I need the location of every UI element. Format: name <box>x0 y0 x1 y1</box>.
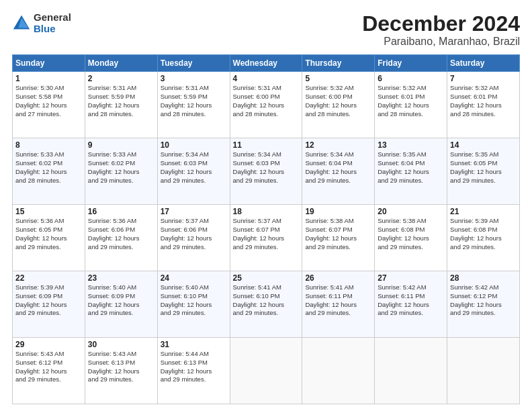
calendar-cell: 5Sunrise: 5:32 AM Sunset: 6:00 PM Daylig… <box>302 72 375 138</box>
calendar-subtitle: Paraibano, Maranhao, Brazil <box>362 36 520 48</box>
day-number: 18 <box>233 207 300 216</box>
day-number: 8 <box>15 140 82 150</box>
calendar-cell: 11Sunrise: 5:34 AM Sunset: 6:03 PM Dayli… <box>230 138 302 205</box>
day-info: Sunrise: 5:32 AM Sunset: 6:01 PM Dayligh… <box>378 84 444 118</box>
day-number: 19 <box>305 207 371 216</box>
header-day-tuesday: Tuesday <box>157 55 230 72</box>
calendar-cell: 29Sunrise: 5:43 AM Sunset: 6:12 PM Dayli… <box>13 338 85 404</box>
day-number: 16 <box>88 207 154 216</box>
day-number: 15 <box>15 207 82 216</box>
day-info: Sunrise: 5:42 AM Sunset: 6:11 PM Dayligh… <box>378 283 444 318</box>
day-number: 30 <box>88 340 154 349</box>
calendar-cell: 25Sunrise: 5:41 AM Sunset: 6:10 PM Dayli… <box>230 271 302 338</box>
calendar-cell: 15Sunrise: 5:36 AM Sunset: 6:05 PM Dayli… <box>13 205 85 271</box>
calendar-cell: 7Sunrise: 5:32 AM Sunset: 6:01 PM Daylig… <box>447 72 520 138</box>
calendar-cell: 4Sunrise: 5:31 AM Sunset: 6:00 PM Daylig… <box>230 72 302 138</box>
day-info: Sunrise: 5:37 AM Sunset: 6:07 PM Dayligh… <box>233 217 300 251</box>
day-number: 13 <box>378 140 444 150</box>
day-number: 14 <box>450 140 517 150</box>
day-info: Sunrise: 5:39 AM Sunset: 6:08 PM Dayligh… <box>450 217 517 251</box>
day-info: Sunrise: 5:36 AM Sunset: 6:06 PM Dayligh… <box>88 217 154 251</box>
day-number: 17 <box>161 207 227 216</box>
calendar-cell: 14Sunrise: 5:35 AM Sunset: 6:05 PM Dayli… <box>447 138 520 205</box>
calendar-week-row: 8Sunrise: 5:33 AM Sunset: 6:02 PM Daylig… <box>13 138 520 205</box>
calendar-cell: 26Sunrise: 5:41 AM Sunset: 6:11 PM Dayli… <box>302 271 375 338</box>
day-number: 11 <box>233 140 300 150</box>
calendar-body: 1Sunrise: 5:30 AM Sunset: 5:58 PM Daylig… <box>13 72 520 404</box>
day-info: Sunrise: 5:34 AM Sunset: 6:03 PM Dayligh… <box>233 150 300 185</box>
calendar-cell: 24Sunrise: 5:40 AM Sunset: 6:10 PM Dayli… <box>157 271 230 338</box>
day-info: Sunrise: 5:38 AM Sunset: 6:08 PM Dayligh… <box>378 217 444 251</box>
calendar-cell: 8Sunrise: 5:33 AM Sunset: 6:02 PM Daylig… <box>13 138 85 205</box>
day-info: Sunrise: 5:35 AM Sunset: 6:05 PM Dayligh… <box>450 150 517 185</box>
day-info: Sunrise: 5:41 AM Sunset: 6:11 PM Dayligh… <box>305 283 371 318</box>
header-day-wednesday: Wednesday <box>230 55 302 72</box>
day-number: 31 <box>161 340 227 349</box>
day-number: 20 <box>378 207 444 216</box>
calendar-week-row: 22Sunrise: 5:39 AM Sunset: 6:09 PM Dayli… <box>13 271 520 338</box>
day-info: Sunrise: 5:35 AM Sunset: 6:04 PM Dayligh… <box>378 150 444 185</box>
logo-text: General Blue <box>34 12 71 34</box>
day-number: 29 <box>15 340 82 349</box>
calendar-week-row: 29Sunrise: 5:43 AM Sunset: 6:12 PM Dayli… <box>13 338 520 404</box>
calendar-cell: 20Sunrise: 5:38 AM Sunset: 6:08 PM Dayli… <box>375 205 447 271</box>
day-info: Sunrise: 5:44 AM Sunset: 6:13 PM Dayligh… <box>161 350 227 384</box>
calendar-header: SundayMondayTuesdayWednesdayThursdayFrid… <box>13 55 520 72</box>
day-number: 3 <box>161 74 227 83</box>
day-number: 21 <box>450 207 517 216</box>
day-number: 26 <box>305 273 371 283</box>
calendar-cell <box>375 338 447 404</box>
day-number: 1 <box>15 74 82 83</box>
header-day-friday: Friday <box>375 55 447 72</box>
header-day-monday: Monday <box>85 55 157 72</box>
day-number: 5 <box>305 74 371 83</box>
header-day-sunday: Sunday <box>13 55 85 72</box>
day-number: 6 <box>378 74 444 83</box>
day-info: Sunrise: 5:33 AM Sunset: 6:02 PM Dayligh… <box>88 150 154 185</box>
calendar-cell: 1Sunrise: 5:30 AM Sunset: 5:58 PM Daylig… <box>13 72 85 138</box>
day-info: Sunrise: 5:40 AM Sunset: 6:10 PM Dayligh… <box>161 283 227 318</box>
calendar-cell: 13Sunrise: 5:35 AM Sunset: 6:04 PM Dayli… <box>375 138 447 205</box>
day-info: Sunrise: 5:43 AM Sunset: 6:12 PM Dayligh… <box>15 350 82 384</box>
title-block: December 2024 Paraibano, Maranhao, Brazi… <box>362 12 520 48</box>
day-info: Sunrise: 5:41 AM Sunset: 6:10 PM Dayligh… <box>233 283 300 318</box>
day-info: Sunrise: 5:39 AM Sunset: 6:09 PM Dayligh… <box>15 283 82 318</box>
calendar-cell: 31Sunrise: 5:44 AM Sunset: 6:13 PM Dayli… <box>157 338 230 404</box>
day-info: Sunrise: 5:37 AM Sunset: 6:06 PM Dayligh… <box>161 217 227 251</box>
day-info: Sunrise: 5:33 AM Sunset: 6:02 PM Dayligh… <box>15 150 82 185</box>
logo-general-text: General <box>34 12 71 24</box>
day-number: 12 <box>305 140 371 150</box>
day-info: Sunrise: 5:42 AM Sunset: 6:12 PM Dayligh… <box>450 283 517 318</box>
calendar-week-row: 1Sunrise: 5:30 AM Sunset: 5:58 PM Daylig… <box>13 72 520 138</box>
day-number: 27 <box>378 273 444 283</box>
day-info: Sunrise: 5:32 AM Sunset: 6:01 PM Dayligh… <box>450 84 517 118</box>
calendar-cell: 30Sunrise: 5:43 AM Sunset: 6:13 PM Dayli… <box>85 338 157 404</box>
day-info: Sunrise: 5:38 AM Sunset: 6:07 PM Dayligh… <box>305 217 371 251</box>
calendar-title: December 2024 <box>362 12 520 36</box>
day-number: 22 <box>15 273 82 283</box>
day-info: Sunrise: 5:34 AM Sunset: 6:03 PM Dayligh… <box>161 150 227 185</box>
day-info: Sunrise: 5:34 AM Sunset: 6:04 PM Dayligh… <box>305 150 371 185</box>
day-number: 24 <box>161 273 227 283</box>
calendar-cell: 21Sunrise: 5:39 AM Sunset: 6:08 PM Dayli… <box>447 205 520 271</box>
header: General Blue December 2024 Paraibano, Ma… <box>12 12 520 48</box>
logo: General Blue <box>12 12 71 34</box>
logo-icon <box>12 14 31 33</box>
calendar-cell: 10Sunrise: 5:34 AM Sunset: 6:03 PM Dayli… <box>157 138 230 205</box>
day-number: 2 <box>88 74 154 83</box>
calendar-cell: 16Sunrise: 5:36 AM Sunset: 6:06 PM Dayli… <box>85 205 157 271</box>
day-info: Sunrise: 5:31 AM Sunset: 5:59 PM Dayligh… <box>88 84 154 118</box>
day-number: 7 <box>450 74 517 83</box>
calendar-cell: 22Sunrise: 5:39 AM Sunset: 6:09 PM Dayli… <box>13 271 85 338</box>
logo-blue-text: Blue <box>34 24 71 35</box>
day-info: Sunrise: 5:32 AM Sunset: 6:00 PM Dayligh… <box>305 84 371 118</box>
calendar-cell: 12Sunrise: 5:34 AM Sunset: 6:04 PM Dayli… <box>302 138 375 205</box>
header-day-thursday: Thursday <box>302 55 375 72</box>
calendar-cell: 18Sunrise: 5:37 AM Sunset: 6:07 PM Dayli… <box>230 205 302 271</box>
calendar-cell: 3Sunrise: 5:31 AM Sunset: 5:59 PM Daylig… <box>157 72 230 138</box>
day-number: 28 <box>450 273 517 283</box>
calendar-cell: 19Sunrise: 5:38 AM Sunset: 6:07 PM Dayli… <box>302 205 375 271</box>
day-info: Sunrise: 5:36 AM Sunset: 6:05 PM Dayligh… <box>15 217 82 251</box>
calendar-cell <box>230 338 302 404</box>
calendar-cell: 28Sunrise: 5:42 AM Sunset: 6:12 PM Dayli… <box>447 271 520 338</box>
